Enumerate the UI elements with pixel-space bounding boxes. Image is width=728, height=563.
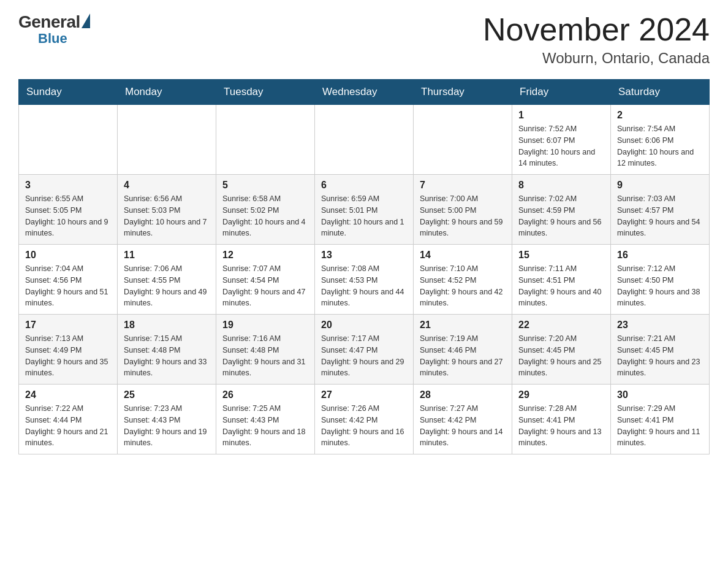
calendar-header-row: Sunday Monday Tuesday Wednesday Thursday… bbox=[19, 80, 710, 105]
day-number: 24 bbox=[25, 389, 111, 400]
table-row: 3Sunrise: 6:55 AM Sunset: 5:05 PM Daylig… bbox=[19, 175, 118, 245]
day-number: 21 bbox=[420, 320, 506, 331]
logo-blue-text: Blue bbox=[38, 31, 67, 47]
day-info: Sunrise: 7:54 AM Sunset: 6:06 PM Dayligh… bbox=[617, 123, 703, 169]
table-row: 10Sunrise: 7:04 AM Sunset: 4:56 PM Dayli… bbox=[19, 245, 118, 315]
day-info: Sunrise: 7:23 AM Sunset: 4:43 PM Dayligh… bbox=[124, 403, 210, 449]
table-row: 8Sunrise: 7:02 AM Sunset: 4:59 PM Daylig… bbox=[512, 175, 611, 245]
table-row bbox=[216, 105, 315, 175]
logo: General Blue bbox=[18, 12, 90, 47]
day-info: Sunrise: 7:13 AM Sunset: 4:49 PM Dayligh… bbox=[25, 333, 111, 379]
table-row: 20Sunrise: 7:17 AM Sunset: 4:47 PM Dayli… bbox=[315, 315, 414, 385]
table-row bbox=[414, 105, 512, 175]
table-row: 26Sunrise: 7:25 AM Sunset: 4:43 PM Dayli… bbox=[216, 385, 315, 454]
day-info: Sunrise: 7:27 AM Sunset: 4:42 PM Dayligh… bbox=[420, 403, 506, 449]
day-number: 15 bbox=[518, 250, 604, 261]
month-year-title: November 2024 bbox=[483, 12, 710, 47]
day-info: Sunrise: 7:22 AM Sunset: 4:44 PM Dayligh… bbox=[25, 403, 111, 449]
calendar-table: Sunday Monday Tuesday Wednesday Thursday… bbox=[18, 79, 710, 454]
header-tuesday: Tuesday bbox=[216, 80, 315, 105]
day-number: 27 bbox=[321, 389, 407, 400]
location-subtitle: Woburn, Ontario, Canada bbox=[483, 50, 710, 67]
day-number: 12 bbox=[222, 250, 308, 261]
header-monday: Monday bbox=[118, 80, 216, 105]
day-number: 11 bbox=[124, 250, 210, 261]
day-info: Sunrise: 7:15 AM Sunset: 4:48 PM Dayligh… bbox=[124, 333, 210, 379]
day-info: Sunrise: 7:10 AM Sunset: 4:52 PM Dayligh… bbox=[420, 263, 506, 309]
table-row bbox=[19, 105, 118, 175]
day-number: 7 bbox=[420, 180, 506, 191]
header-saturday: Saturday bbox=[611, 80, 710, 105]
day-number: 14 bbox=[420, 250, 506, 261]
day-info: Sunrise: 6:56 AM Sunset: 5:03 PM Dayligh… bbox=[124, 193, 210, 239]
table-row: 22Sunrise: 7:20 AM Sunset: 4:45 PM Dayli… bbox=[512, 315, 611, 385]
table-row: 12Sunrise: 7:07 AM Sunset: 4:54 PM Dayli… bbox=[216, 245, 315, 315]
day-number: 10 bbox=[25, 250, 111, 261]
table-row: 23Sunrise: 7:21 AM Sunset: 4:45 PM Dayli… bbox=[611, 315, 710, 385]
table-row: 29Sunrise: 7:28 AM Sunset: 4:41 PM Dayli… bbox=[512, 385, 611, 454]
table-row: 21Sunrise: 7:19 AM Sunset: 4:46 PM Dayli… bbox=[414, 315, 512, 385]
day-info: Sunrise: 7:21 AM Sunset: 4:45 PM Dayligh… bbox=[617, 333, 703, 379]
day-number: 3 bbox=[25, 180, 111, 191]
day-info: Sunrise: 7:08 AM Sunset: 4:53 PM Dayligh… bbox=[321, 263, 407, 309]
header-friday: Friday bbox=[512, 80, 611, 105]
day-info: Sunrise: 7:20 AM Sunset: 4:45 PM Dayligh… bbox=[518, 333, 604, 379]
day-info: Sunrise: 7:52 AM Sunset: 6:07 PM Dayligh… bbox=[518, 123, 604, 169]
day-info: Sunrise: 6:58 AM Sunset: 5:02 PM Dayligh… bbox=[222, 193, 308, 239]
day-info: Sunrise: 7:11 AM Sunset: 4:51 PM Dayligh… bbox=[518, 263, 604, 309]
calendar-week-row: 17Sunrise: 7:13 AM Sunset: 4:49 PM Dayli… bbox=[19, 315, 710, 385]
day-number: 16 bbox=[617, 250, 703, 261]
table-row: 25Sunrise: 7:23 AM Sunset: 4:43 PM Dayli… bbox=[118, 385, 216, 454]
table-row: 19Sunrise: 7:16 AM Sunset: 4:48 PM Dayli… bbox=[216, 315, 315, 385]
table-row: 14Sunrise: 7:10 AM Sunset: 4:52 PM Dayli… bbox=[414, 245, 512, 315]
day-info: Sunrise: 7:07 AM Sunset: 4:54 PM Dayligh… bbox=[222, 263, 308, 309]
table-row: 11Sunrise: 7:06 AM Sunset: 4:55 PM Dayli… bbox=[118, 245, 216, 315]
day-number: 6 bbox=[321, 180, 407, 191]
day-number: 18 bbox=[124, 320, 210, 331]
calendar-week-row: 3Sunrise: 6:55 AM Sunset: 5:05 PM Daylig… bbox=[19, 175, 710, 245]
day-number: 20 bbox=[321, 320, 407, 331]
table-row: 27Sunrise: 7:26 AM Sunset: 4:42 PM Dayli… bbox=[315, 385, 414, 454]
day-info: Sunrise: 7:17 AM Sunset: 4:47 PM Dayligh… bbox=[321, 333, 407, 379]
header-wednesday: Wednesday bbox=[315, 80, 414, 105]
day-number: 5 bbox=[222, 180, 308, 191]
logo-triangle-icon bbox=[82, 13, 90, 28]
day-number: 8 bbox=[518, 180, 604, 191]
day-info: Sunrise: 7:02 AM Sunset: 4:59 PM Dayligh… bbox=[518, 193, 604, 239]
table-row: 13Sunrise: 7:08 AM Sunset: 4:53 PM Dayli… bbox=[315, 245, 414, 315]
day-info: Sunrise: 6:59 AM Sunset: 5:01 PM Dayligh… bbox=[321, 193, 407, 239]
day-number: 13 bbox=[321, 250, 407, 261]
day-info: Sunrise: 7:06 AM Sunset: 4:55 PM Dayligh… bbox=[124, 263, 210, 309]
day-info: Sunrise: 7:25 AM Sunset: 4:43 PM Dayligh… bbox=[222, 403, 308, 449]
table-row: 15Sunrise: 7:11 AM Sunset: 4:51 PM Dayli… bbox=[512, 245, 611, 315]
logo-general-text: General bbox=[18, 12, 80, 32]
day-info: Sunrise: 6:55 AM Sunset: 5:05 PM Dayligh… bbox=[25, 193, 111, 239]
day-info: Sunrise: 7:04 AM Sunset: 4:56 PM Dayligh… bbox=[25, 263, 111, 309]
day-number: 28 bbox=[420, 389, 506, 400]
table-row bbox=[118, 105, 216, 175]
table-row: 28Sunrise: 7:27 AM Sunset: 4:42 PM Dayli… bbox=[414, 385, 512, 454]
page-header: General Blue November 2024 Woburn, Ontar… bbox=[18, 12, 710, 67]
table-row: 9Sunrise: 7:03 AM Sunset: 4:57 PM Daylig… bbox=[611, 175, 710, 245]
header-sunday: Sunday bbox=[19, 80, 118, 105]
day-number: 17 bbox=[25, 320, 111, 331]
table-row: 16Sunrise: 7:12 AM Sunset: 4:50 PM Dayli… bbox=[611, 245, 710, 315]
day-number: 2 bbox=[617, 110, 703, 121]
day-info: Sunrise: 7:26 AM Sunset: 4:42 PM Dayligh… bbox=[321, 403, 407, 449]
table-row: 24Sunrise: 7:22 AM Sunset: 4:44 PM Dayli… bbox=[19, 385, 118, 454]
day-number: 19 bbox=[222, 320, 308, 331]
day-number: 9 bbox=[617, 180, 703, 191]
calendar-week-row: 1Sunrise: 7:52 AM Sunset: 6:07 PM Daylig… bbox=[19, 105, 710, 175]
day-info: Sunrise: 7:12 AM Sunset: 4:50 PM Dayligh… bbox=[617, 263, 703, 309]
day-number: 22 bbox=[518, 320, 604, 331]
day-info: Sunrise: 7:29 AM Sunset: 4:41 PM Dayligh… bbox=[617, 403, 703, 449]
day-number: 25 bbox=[124, 389, 210, 400]
table-row: 17Sunrise: 7:13 AM Sunset: 4:49 PM Dayli… bbox=[19, 315, 118, 385]
calendar-week-row: 10Sunrise: 7:04 AM Sunset: 4:56 PM Dayli… bbox=[19, 245, 710, 315]
table-row bbox=[315, 105, 414, 175]
day-number: 30 bbox=[617, 389, 703, 400]
table-row: 5Sunrise: 6:58 AM Sunset: 5:02 PM Daylig… bbox=[216, 175, 315, 245]
title-section: November 2024 Woburn, Ontario, Canada bbox=[483, 12, 710, 67]
day-info: Sunrise: 7:19 AM Sunset: 4:46 PM Dayligh… bbox=[420, 333, 506, 379]
day-info: Sunrise: 7:00 AM Sunset: 5:00 PM Dayligh… bbox=[420, 193, 506, 239]
